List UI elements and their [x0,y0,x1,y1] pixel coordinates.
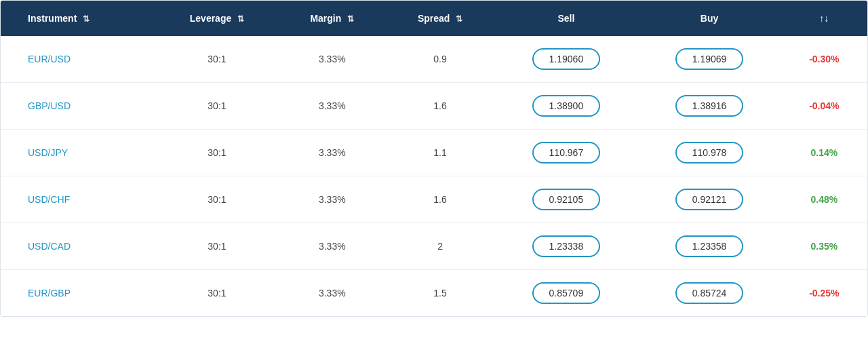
cell-margin: 3.33% [279,176,386,223]
table-row: GBP/USD30:13.33%1.61.389001.38916-0.04% [1,83,867,130]
table-header-row: Instrument ⇅Leverage ⇅Margin ⇅Spread ⇅Se… [1,1,867,36]
cell-spread: 1.6 [386,83,494,130]
cell-leverage: 30:1 [155,130,279,176]
cell-spread: 1.1 [386,130,494,176]
cell-instrument: GBP/USD [1,83,155,130]
cell-buy: 0.92121 [637,176,781,223]
buy-button[interactable]: 0.85724 [675,282,743,304]
cell-sell: 1.23338 [494,223,637,270]
cell-change: -0.30% [781,36,867,83]
cell-leverage: 30:1 [155,270,279,317]
column-header-instrument[interactable]: Instrument ⇅ [1,1,155,36]
sell-button[interactable]: 0.85709 [532,282,600,304]
cell-sell: 0.85709 [494,270,637,317]
cell-leverage: 30:1 [155,176,279,223]
table-row: USD/JPY30:13.33%1.1110.967110.9780.14% [1,130,867,176]
table-row: EUR/USD30:13.33%0.91.190601.19069-0.30% [1,36,867,83]
sell-button[interactable]: 0.92105 [532,189,600,210]
cell-margin: 3.33% [279,130,386,176]
cell-spread: 2 [386,223,494,270]
cell-buy: 0.85724 [637,270,781,317]
cell-leverage: 30:1 [155,36,279,83]
table-row: USD/CAD30:13.33%21.233381.233580.35% [1,223,867,270]
cell-buy: 1.23358 [637,223,781,270]
cell-spread: 1.6 [386,176,494,223]
buy-button[interactable]: 1.38916 [675,95,743,117]
instrument-link[interactable]: USD/CHF [28,194,70,205]
table-row: USD/CHF30:13.33%1.60.921050.921210.48% [1,176,867,223]
sort-icon-leverage: ⇅ [237,14,244,24]
instrument-link[interactable]: USD/JPY [28,147,68,158]
sell-button[interactable]: 1.23338 [532,235,600,257]
instrument-link[interactable]: GBP/USD [28,100,71,111]
instrument-link[interactable]: USD/CAD [28,241,71,252]
cell-change: -0.04% [781,83,867,130]
cell-sell: 1.38900 [494,83,637,130]
cell-margin: 3.33% [279,223,386,270]
cell-leverage: 30:1 [155,83,279,130]
buy-button[interactable]: 0.92121 [675,189,743,210]
cell-change: 0.14% [781,130,867,176]
instrument-link[interactable]: EUR/USD [28,54,71,64]
cell-buy: 110.978 [637,130,781,176]
cell-sell: 0.92105 [494,176,637,223]
cell-change: 0.48% [781,176,867,223]
cell-sell: 110.967 [494,130,637,176]
column-header-sell: Sell [494,1,637,36]
cell-instrument: USD/CAD [1,223,155,270]
cell-margin: 3.33% [279,36,386,83]
sell-button[interactable]: 110.967 [532,142,600,164]
instrument-link[interactable]: EUR/GBP [28,288,71,299]
column-header-margin[interactable]: Margin ⇅ [279,1,386,36]
buy-button[interactable]: 1.23358 [675,235,743,257]
cell-instrument: EUR/GBP [1,270,155,317]
cell-margin: 3.33% [279,83,386,130]
column-header-change[interactable]: ↑↓ [781,1,867,36]
sort-icon-spread: ⇅ [456,14,462,24]
cell-margin: 3.33% [279,270,386,317]
cell-change: -0.25% [781,270,867,317]
cell-buy: 1.19069 [637,36,781,83]
sell-button[interactable]: 1.19060 [532,48,600,70]
cell-instrument: EUR/USD [1,36,155,83]
cell-spread: 1.5 [386,270,494,317]
column-header-leverage[interactable]: Leverage ⇅ [155,1,279,36]
cell-sell: 1.19060 [494,36,637,83]
sort-icon-instrument: ⇅ [83,14,90,24]
sell-button[interactable]: 1.38900 [532,95,600,117]
table-row: EUR/GBP30:13.33%1.50.857090.85724-0.25% [1,270,867,317]
cell-leverage: 30:1 [155,223,279,270]
buy-button[interactable]: 110.978 [675,142,743,164]
instruments-table: Instrument ⇅Leverage ⇅Margin ⇅Spread ⇅Se… [0,0,868,317]
cell-change: 0.35% [781,223,867,270]
cell-spread: 0.9 [386,36,494,83]
cell-buy: 1.38916 [637,83,781,130]
column-header-spread[interactable]: Spread ⇅ [386,1,494,36]
buy-button[interactable]: 1.19069 [675,48,743,70]
column-header-buy: Buy [637,1,781,36]
sort-icon-margin: ⇅ [347,14,354,24]
cell-instrument: USD/JPY [1,130,155,176]
cell-instrument: USD/CHF [1,176,155,223]
